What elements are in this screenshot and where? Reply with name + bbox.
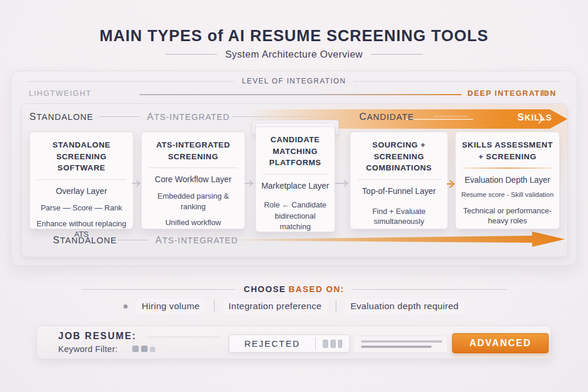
criteria-integration-preference: Integration preference <box>223 299 328 314</box>
card-standalone-screening: STANDALONE SCREENING SOFTWARE Overlay La… <box>29 132 133 229</box>
criteria-hiring-volume: Hiring volume <box>136 299 206 314</box>
choose-rule-right <box>353 289 507 290</box>
rejected-button[interactable]: REJECTED <box>229 339 315 349</box>
card-candidate-matching: CANDIDATE MATCHING PLATFORMS Marketplace… <box>255 126 335 232</box>
job-resume-rule <box>146 337 220 337</box>
infographic-canvas: MAIN TYPES of AI RESUME SCREENING TOOLS … <box>0 0 588 392</box>
top-axis-standalone-label: STANDALONE <box>29 111 93 122</box>
text-lines-panel <box>353 336 448 353</box>
loi-rule-left <box>28 81 235 82</box>
top-axis-ats-label: ATS-INTEGRATED <box>147 111 230 122</box>
card-line: Top-of-Funnel Layer <box>355 186 443 197</box>
card-line: Technical or performance-heavy roles <box>460 206 554 226</box>
choose-heading-dark: CHOOSE <box>243 284 286 294</box>
top-axis-candidate-label: CANDIDATE <box>359 111 414 122</box>
arrow-right-icon <box>245 179 256 187</box>
play-arrow-icon <box>542 89 548 96</box>
loi-heading: LEVEL OF INTEGRATION <box>242 77 346 85</box>
card-line: Core Workflow Layer <box>146 174 240 185</box>
card-line: bidirectional matching <box>260 211 330 232</box>
text-line-icon <box>361 340 442 343</box>
card-divider <box>358 179 440 180</box>
arrow-right-orange-icon <box>447 179 456 189</box>
bullet-dot-icon <box>123 304 128 309</box>
card-divider <box>37 179 126 180</box>
text-line-icon <box>361 346 432 348</box>
top-axis-dash-2 <box>232 116 362 117</box>
filter-square-icon <box>132 346 139 352</box>
loi-rule-right <box>353 81 560 82</box>
advanced-button[interactable]: ADVANCED <box>452 333 549 353</box>
rejected-button-group[interactable]: REJECTED <box>229 334 350 353</box>
page-subtitle: System Architecture Overview <box>225 49 363 60</box>
bar-icon <box>323 340 328 348</box>
arrow-right-icon <box>132 179 143 187</box>
card-title: CANDIDATE MATCHING PLATFORMS <box>260 134 330 169</box>
keyword-filter-label: Keyword Filter: <box>58 344 118 354</box>
card-divider-orange <box>463 167 552 169</box>
card-line: Parse — Score — Rank <box>35 203 128 213</box>
card-line: Find + Evaluate simultaneously <box>355 206 443 227</box>
spectrum-panel: STANDALONE ATS-INTEGRATED CANDIDATE SKIL… <box>21 103 568 257</box>
card-divider <box>149 167 238 168</box>
filter-square-icon <box>141 346 148 352</box>
criteria-separator <box>214 300 215 312</box>
card-line: Resume score - Skill validation <box>460 190 554 200</box>
card-skills-assessment: SKILLS ASSESSMENT + SCREENING Evaluation… <box>455 132 560 229</box>
band-deco-line-2 <box>433 116 469 117</box>
subtitle-rule-left <box>165 54 217 55</box>
card-line: Overlay Layer <box>35 186 128 197</box>
lightweight-label: LIHGTWEIGHT <box>29 89 92 98</box>
card-title: SOURCING + SCREENING COMBINATIONS <box>355 139 443 174</box>
subtitle-rule-right <box>371 54 423 55</box>
card-title: SKILLS ASSESSMENT + SCREENING <box>460 139 554 162</box>
page-title: MAIN TYPES of AI RESUME SCREENING TOOLS <box>0 27 588 45</box>
arrow-right-icon <box>335 179 350 187</box>
job-resume-bar: JOB RESUME: Keyword Filter: REJECTED ADV… <box>36 326 552 359</box>
filter-square-icon <box>150 347 155 352</box>
card-divider <box>263 174 328 175</box>
integration-panel: LEVEL OF INTEGRATION LIHGTWEIGHT DEEP IN… <box>11 71 577 266</box>
choose-heading-accent: BASED ON: <box>289 284 345 294</box>
card-line: Unified workflow <box>146 217 240 228</box>
rejected-bars-icon <box>316 340 349 348</box>
keyword-filter-squares-icon <box>132 346 155 352</box>
job-resume-label: JOB RESUME: <box>58 331 136 341</box>
card-line: Marketplace Layer <box>260 180 330 192</box>
bottom-axis-ats-label: ATS-INTEGRATED <box>155 234 238 246</box>
criteria-row: Hiring volume Integration preference Eva… <box>0 299 588 314</box>
top-axis-dash-1 <box>99 116 139 117</box>
subtitle-row: System Architecture Overview <box>0 49 588 60</box>
tapered-arrow-icon <box>232 230 569 248</box>
card-sourcing-screening: SOURCING + SCREENING COMBINATIONS Top-of… <box>350 132 448 229</box>
criteria-evaluation-depth: Evaluation depth required <box>345 299 465 314</box>
criteria-separator <box>336 300 336 312</box>
bottom-axis-dash <box>118 240 148 240</box>
card-line: Embedded parsing & ranking <box>146 191 240 212</box>
integration-scale-line <box>139 94 462 95</box>
card-title: STANDALONE SCREENING SOFTWARE <box>35 139 128 174</box>
band-deco-line-1 <box>406 119 473 120</box>
card-ats-integrated-screening: ATS-INTEGRATED SCREENING Core Workflow L… <box>141 132 245 229</box>
bar-icon <box>338 340 342 348</box>
card-line: Enhance without replacing ATS <box>35 219 128 239</box>
level-of-integration-header: LEVEL OF INTEGRATION <box>11 77 577 85</box>
top-axis-skills-label: SKILLS <box>517 112 552 123</box>
card-line: Role ← Candidate <box>260 200 330 210</box>
card-title: ATS-INTEGRATED SCREENING <box>146 139 240 162</box>
choose-rule-left <box>81 289 235 290</box>
bar-icon <box>330 340 336 348</box>
choose-heading-row: CHOOSE BASED ON: <box>0 284 588 294</box>
card-line: Evaluation Depth Layer <box>460 175 554 186</box>
